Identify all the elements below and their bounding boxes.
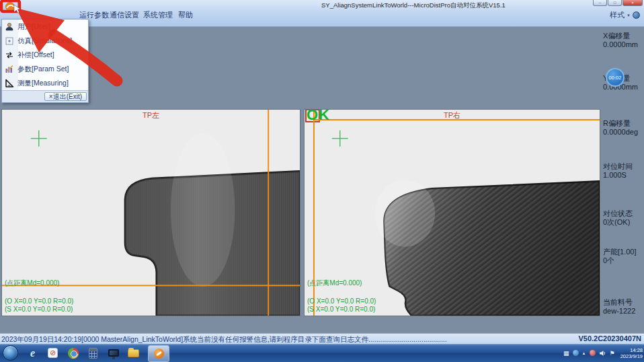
network-flag-icon[interactable]: ⚑ xyxy=(610,350,615,357)
metric-value: 0个 xyxy=(603,256,643,265)
window-controls: – □ × xyxy=(593,0,643,6)
version-label: V50.2C20230407N xyxy=(578,334,641,342)
left-offset-o-readout: (O X=0.0 Y=0.0 R=0.0) xyxy=(5,297,73,305)
metric-value: 1.000S xyxy=(603,171,643,180)
volume-icon[interactable] xyxy=(599,350,606,357)
maximize-button[interactable]: □ xyxy=(608,0,622,6)
menu-item-user[interactable]: 用户[User] xyxy=(2,20,88,34)
metric-x-offset: X偏移量 0.0000mm xyxy=(603,32,643,48)
menu-item-simulation[interactable]: 仿真[Simulations] xyxy=(2,34,88,48)
taskbar-tool-icon[interactable]: ⊘ xyxy=(47,347,58,359)
metric-label: 当前料号 xyxy=(603,298,643,307)
metric-label: R偏移量 xyxy=(603,119,643,128)
right-distance-readout: (点距离Md=0.000) xyxy=(307,279,362,288)
tray-up-arrow-icon[interactable]: ▲ xyxy=(582,351,586,355)
app-menu-button[interactable] xyxy=(2,1,18,13)
metric-value: 0次(OK) xyxy=(603,218,643,227)
start-button[interactable] xyxy=(3,345,18,361)
menu-item-label: 补偿[Offset] xyxy=(17,50,54,60)
chevron-down-icon: ▼ xyxy=(627,13,631,17)
metric-label: X偏移量 xyxy=(603,32,643,40)
taskbar-calculator-icon[interactable] xyxy=(87,347,99,359)
system-tray: ▦ ▲ ⚑ 14:28 2023/9/19 xyxy=(563,344,643,362)
right-offset-o-readout: (O X=0.0 Y=0.0 R=0.0) xyxy=(307,297,376,305)
right-offset-s-readout: (S X=0.0 Y=0.0 R=0.0) xyxy=(307,305,375,313)
style-label: 样式 xyxy=(610,10,625,20)
menu-item-measuring[interactable]: 测量[Measuring] xyxy=(2,76,88,90)
menu-item-label: 测量[Measuring] xyxy=(17,79,69,88)
taskbar-active-app-button[interactable] xyxy=(148,345,169,362)
clock-time: 14:28 xyxy=(620,347,643,353)
menu-system-manage[interactable]: 系统管理 xyxy=(143,10,173,20)
exit-button[interactable]: ×退出(Exit) xyxy=(44,92,87,101)
camera-view-right[interactable]: TP右 OK (点距离Md=0.000) (O X=0.0 Y=0.0 R=0.… xyxy=(304,109,600,316)
user-icon xyxy=(5,22,14,32)
app-logo-icon xyxy=(154,349,164,359)
metric-label: 产能[1.00] xyxy=(603,248,643,256)
taskbar-chrome-icon[interactable] xyxy=(67,347,79,359)
recording-timer-text: 00:02 xyxy=(609,75,622,81)
style-icon xyxy=(633,11,640,19)
tray-app-icon[interactable] xyxy=(573,350,579,356)
camera-right-label: TP右 xyxy=(305,110,600,120)
desktop: { "window": { "title": "SY_AliagnSystemL… xyxy=(0,0,644,362)
client-area: TP左 (点距离Md=0.000) (O X=0.0 Y=0.0 R=0.0) … xyxy=(0,27,644,333)
measure-icon xyxy=(5,79,14,88)
status-bar: 2023年09月19日14:20:19[0000 MasterAlign_Lin… xyxy=(0,333,644,344)
taskbar-folder-icon[interactable] xyxy=(128,347,139,359)
menu-item-label: 参数[Param Set] xyxy=(17,65,69,74)
taskbar-computer-icon[interactable] xyxy=(108,347,119,359)
menu-item-label: 仿真[Simulations] xyxy=(17,36,72,46)
simulation-icon xyxy=(5,36,14,46)
menu-help[interactable]: 帮助 xyxy=(178,10,193,20)
status-message: 2023年09月19日14:20:19[0000 MasterAlign_Lin… xyxy=(1,335,447,345)
taskbar-left: e ⊘ xyxy=(3,344,169,362)
menu-comm-settings[interactable]: 通信设置 xyxy=(110,10,139,20)
tray-status-icon[interactable] xyxy=(590,350,596,356)
metric-capacity: 产能[1.00] 0个 xyxy=(603,248,643,264)
metric-value: dew-1222 xyxy=(603,307,643,316)
menu-item-label: 用户[User] xyxy=(17,22,50,32)
menu-exit-strip: ×退出(Exit) xyxy=(2,90,88,102)
offset-icon xyxy=(5,50,14,60)
window-title: SY_AliagnSystemLinkToWorld---MicroDistPr… xyxy=(321,1,506,10)
param-icon xyxy=(5,65,14,74)
camera-view-left[interactable]: TP左 (点距离Md=0.000) (O X=0.0 Y=0.0 R=0.0) … xyxy=(1,109,300,316)
style-dropdown[interactable]: 样式 ▼ xyxy=(610,10,640,20)
menu-item-param[interactable]: 参数[Param Set] xyxy=(2,62,88,76)
metric-label: 对位时间 xyxy=(603,162,643,171)
metric-align-time: 对位时间 1.000S xyxy=(603,162,643,179)
menu-item-offset[interactable]: 补偿[Offset] xyxy=(2,48,88,62)
app-logo-icon xyxy=(3,1,17,12)
camera-left-label: TP左 xyxy=(2,110,300,120)
window-chrome: SY_AliagnSystemLinkToWorld---MicroDistPr… xyxy=(0,0,644,27)
taskbar: e ⊘ ▦ ▲ ⚑ 14:28 2023/9/19 xyxy=(0,344,644,362)
metric-r-offset: R偏移量 0.0000deg xyxy=(603,119,643,136)
metric-value: 0.0000mm xyxy=(603,40,643,49)
taskbar-ie-icon[interactable]: e xyxy=(27,347,38,359)
taskbar-clock[interactable]: 14:28 2023/9/19 xyxy=(620,347,643,359)
left-offset-s-readout: (S X=0.0 Y=0.0 R=0.0) xyxy=(5,305,73,313)
recording-timer-overlay: 00:02 xyxy=(606,68,625,87)
metric-value: 0.0000deg xyxy=(603,128,643,137)
metric-part-number: 当前料号 dew-1222 xyxy=(603,298,643,315)
clock-date: 2023/9/19 xyxy=(620,353,643,359)
left-distance-readout: (点距离Md=0.000) xyxy=(5,279,59,288)
alignment-result: OK xyxy=(307,106,330,124)
close-button[interactable]: × xyxy=(622,0,643,6)
metric-label: 对位状态 xyxy=(603,209,643,218)
metric-align-status: 对位状态 0次(OK) xyxy=(603,209,643,226)
minimize-button[interactable]: – xyxy=(593,0,607,6)
keyboard-icon[interactable]: ▦ xyxy=(563,350,569,357)
app-dropdown-menu: 用户[User] 仿真[Simulations] 补偿[Offset] 参数[P… xyxy=(1,19,89,103)
